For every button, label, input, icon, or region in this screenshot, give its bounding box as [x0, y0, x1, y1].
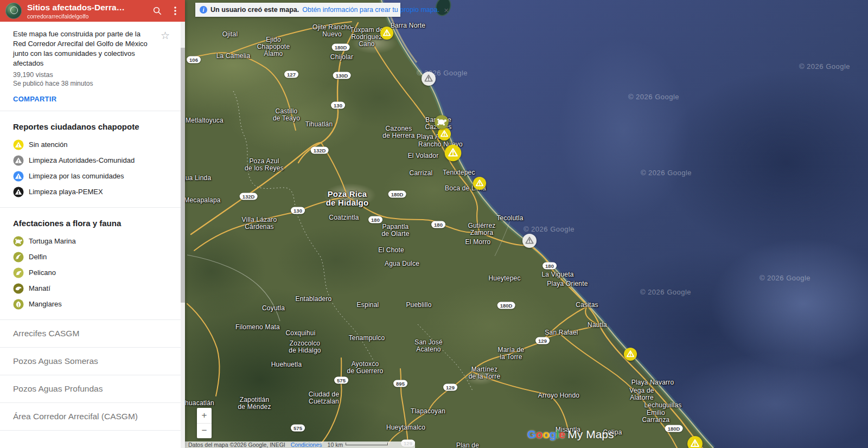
my-maps-viewer: © 2026 Google© 2026 Google© 2026 Google©…: [0, 0, 868, 448]
marker-tortuga-marina[interactable]: [435, 115, 449, 132]
my-maps-wordmark: My Maps: [567, 428, 614, 440]
share-button[interactable]: COMPARTIR: [13, 95, 56, 103]
legend-item[interactable]: Limpieza Autoridades-Comunidad: [0, 152, 185, 168]
create-own-map-link[interactable]: Obtén información para crear tu propio m…: [302, 6, 439, 14]
sidebar: Sitios afectados-Derra… corredorarrecifa…: [0, 0, 185, 448]
star-icon[interactable]: ☆: [161, 29, 170, 42]
scale-label: 10 km: [328, 441, 343, 448]
legend-section-title: Reportes ciudadanos chapopote: [0, 111, 185, 132]
terms-link[interactable]: Condiciones: [291, 441, 322, 448]
marker-sin-atencion[interactable]: [473, 176, 487, 193]
manatee-icon: [13, 283, 24, 294]
layer-heading[interactable]: Pozos Aguas Profundas: [0, 375, 185, 402]
legend-item-label: Tortuga Marina: [29, 237, 76, 245]
bird-icon: [13, 267, 24, 278]
legend-item[interactable]: Pelicano: [0, 265, 185, 280]
legend-item-label: Limpieza playa-PEMEX: [29, 188, 103, 196]
view-count: 39,190 vistas: [13, 71, 177, 79]
map-description-block: Este mapa fue construida por parte de la…: [0, 22, 185, 104]
legend-item[interactable]: Manglares: [0, 296, 185, 312]
marker-limpieza[interactable]: [522, 233, 537, 251]
dolphin-icon: [13, 252, 24, 263]
map-notification-bar: i Un usuario creó este mapa. Obtén infor…: [195, 3, 400, 17]
legend-item[interactable]: Manatí: [0, 280, 185, 296]
marker-sin-atencion[interactable]: [444, 144, 462, 164]
legend-item-label: Manglares: [29, 300, 62, 308]
layer-heading[interactable]: Pozos Aguas Someras: [0, 348, 185, 375]
google-my-maps-logo[interactable]: GoogleMy Maps: [527, 428, 614, 441]
layer-list: Arrecifes CASGMPozos Aguas SomerasPozos …: [0, 320, 185, 431]
map-titles: Sitios afectados-Derra… corredorarrecifa…: [27, 3, 147, 20]
legend-item[interactable]: Limpieza por las comunidades: [0, 168, 185, 184]
legend-sections: Reportes ciudadanos chapopoteSin atenció…: [0, 111, 185, 320]
map-title: Sitios afectados-Derra…: [27, 3, 147, 12]
triangle-icon: [13, 187, 24, 197]
legend-item[interactable]: Tortuga Marina: [0, 233, 185, 249]
zoom-in-button[interactable]: +: [197, 408, 212, 424]
legend-item-label: Delfin: [29, 253, 47, 261]
sidebar-header: Sitios afectados-Derra… corredorarrecifa…: [0, 0, 185, 22]
google-logo: Google: [527, 428, 565, 440]
legend-item-label: Sin atención: [29, 140, 68, 149]
scrollbar-thumb[interactable]: [181, 48, 185, 303]
map-avatar: [5, 3, 22, 19]
map-description: Este mapa fue construida por parte de la…: [13, 29, 153, 68]
layer-heading[interactable]: Área Corredor Arrecifal (CASGM): [0, 403, 185, 430]
legend-item-label: Pelicano: [29, 268, 56, 277]
scale-bar: 10 km: [328, 441, 388, 448]
marker-sin-atencion[interactable]: [623, 347, 637, 363]
legend-item[interactable]: Sin atención: [0, 137, 185, 152]
legend-section-title: Afectaciones a flora y fauna: [0, 208, 185, 229]
marker-limpieza[interactable]: [421, 71, 436, 88]
attribution-text: Datos del mapa ©2026 Google, INEGI: [188, 441, 285, 448]
marker-sin-atencion[interactable]: [380, 26, 394, 42]
triangle-icon: [13, 155, 24, 166]
legend-item-label: Limpieza por las comunidades: [29, 172, 124, 180]
published-time: Se publicó hace 38 minutos: [13, 80, 177, 87]
legend-item[interactable]: Delfin: [0, 249, 185, 265]
divider: [0, 430, 185, 431]
legend-item[interactable]: Limpieza playa-PEMEX: [0, 184, 185, 200]
leaf-icon: [13, 299, 24, 310]
info-icon: i: [200, 6, 207, 14]
zoom-control: + −: [197, 408, 212, 438]
sidebar-scrollbar[interactable]: [181, 22, 185, 448]
turtle-icon: [13, 236, 24, 247]
legend-item-label: Manatí: [29, 284, 50, 292]
map-attribution-bar: Datos del mapa ©2026 Google, INEGI Condi…: [185, 441, 415, 448]
zoom-out-button[interactable]: −: [197, 424, 212, 439]
overflow-menu-icon[interactable]: [171, 6, 180, 16]
marker-sin-atencion[interactable]: [687, 436, 703, 448]
triangle-icon: [13, 171, 24, 182]
triangle-icon: [13, 139, 24, 150]
notification-text: Un usuario creó este mapa.: [210, 6, 299, 14]
scale-ruler: [346, 443, 388, 445]
legend-item-label: Limpieza Autoridades-Comunidad: [29, 156, 135, 164]
search-icon[interactable]: [152, 6, 162, 16]
layer-heading[interactable]: Arrecifes CASGM: [0, 320, 185, 347]
map-owner: corredorarrecifaldelgolfo: [27, 13, 147, 20]
close-icon[interactable]: ×: [443, 5, 450, 15]
